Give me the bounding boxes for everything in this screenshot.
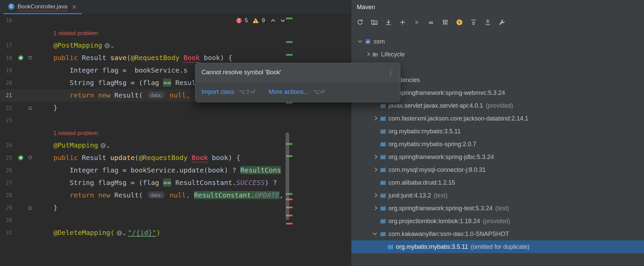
line-number[interactable] (0, 127, 16, 139)
fold-end-icon[interactable] (25, 102, 35, 114)
line-number[interactable]: 30 (0, 214, 16, 227)
spring-bean-icon[interactable] (16, 152, 25, 164)
fold-start-icon[interactable] (25, 52, 35, 64)
library-icon (378, 115, 387, 122)
line-number[interactable]: 29 (0, 202, 16, 214)
generate-sources-icon[interactable] (368, 17, 380, 28)
add-icon[interactable] (397, 17, 409, 28)
stripe-mark-error[interactable] (286, 223, 293, 224)
collapse-all-icon[interactable] (482, 17, 494, 28)
code-token (166, 191, 170, 199)
code-token (37, 141, 53, 149)
tree-item[interactable]: org.mybatis:mybatis:3.5.11(omitted for d… (351, 240, 644, 253)
line-number[interactable]: 31 (0, 227, 16, 239)
code-line[interactable]: 29 } (0, 202, 295, 214)
code-line[interactable]: 1 related problem (0, 127, 295, 139)
code-token: return (70, 91, 98, 99)
chevron-down-icon[interactable] (372, 231, 378, 237)
kebab-menu-icon[interactable]: ⋮ (387, 69, 394, 76)
line-number[interactable]: 19 (0, 64, 16, 77)
line-number[interactable]: 21 (0, 89, 16, 102)
code-token (37, 41, 53, 49)
tree-item[interactable]: com.alibaba:druid:1.2.15 (351, 176, 644, 189)
url-mapping-globe-icon[interactable] (104, 39, 114, 52)
code-line[interactable]: 27 String flagMsg = (flag == ResultConst… (0, 177, 295, 189)
inspection-widget[interactable]: 5 9 (236, 17, 287, 24)
editor-scrollbar[interactable] (286, 132, 289, 220)
code-line[interactable]: 30 (0, 214, 295, 227)
line-number[interactable]: 26 (0, 164, 16, 177)
code-line[interactable]: 24 @PutMapping (0, 139, 295, 152)
tree-item[interactable]: org.projectlombok:lombok:1.18.24(provide… (351, 215, 644, 228)
code-line[interactable]: 18 public Result save(@RequestBody Book … (0, 52, 295, 64)
line-number[interactable]: 18 (0, 52, 16, 64)
line-number[interactable]: 17 (0, 39, 16, 52)
line-number[interactable]: 28 (0, 189, 16, 202)
line-number[interactable]: 24 (0, 139, 16, 152)
line-number[interactable]: 25 (0, 152, 16, 164)
tree-item[interactable]: mssm (351, 35, 644, 48)
spring-bean-icon[interactable] (16, 52, 25, 64)
stripe-mark-ok[interactable] (286, 18, 293, 19)
code-line[interactable]: 23 (0, 114, 295, 127)
download-sources-icon[interactable] (382, 17, 395, 28)
chevron-right-icon[interactable] (372, 166, 378, 173)
chevron-right-icon[interactable] (372, 205, 378, 212)
chevron-right-icon[interactable] (364, 51, 371, 58)
line-number[interactable]: 20 (0, 77, 16, 89)
tree-item[interactable]: org.springframework:spring-test:5.3.24(t… (351, 202, 644, 215)
code-line[interactable]: 28 return new Result( data: null, Result… (0, 189, 295, 202)
code-line[interactable]: 25 public Result update(@RequestBody Boo… (0, 152, 295, 164)
code-line[interactable]: 1 related problem (0, 27, 295, 39)
code-token: ) (156, 229, 160, 237)
fold-start-icon[interactable] (25, 152, 35, 164)
chevron-down-icon[interactable] (357, 38, 364, 45)
tree-item[interactable]: org.mybatis:mybatis-spring:2.0.7 (351, 138, 644, 151)
tree-item[interactable]: Lifecycle (351, 48, 644, 61)
expand-all-icon[interactable] (467, 17, 480, 28)
tree-item[interactable]: org.springframework:spring-jdbc:5.3.24 (351, 151, 644, 163)
profiles-icon[interactable] (439, 17, 451, 28)
code-line[interactable]: 31 @DeleteMapping("/{id}") (0, 227, 295, 239)
tab-close-icon[interactable]: × (72, 4, 77, 10)
maven-goal-icon[interactable]: m (425, 17, 437, 28)
stripe-mark-ok[interactable] (286, 54, 293, 56)
code-line[interactable]: 22 } (0, 102, 295, 114)
reload-icon[interactable] (354, 17, 366, 28)
more-actions-link[interactable]: More actions... (269, 88, 308, 96)
settings-icon[interactable] (496, 17, 508, 28)
code-token: null, (170, 191, 190, 199)
line-number[interactable]: 16 (0, 14, 16, 27)
offline-mode-icon[interactable] (453, 17, 465, 28)
chevron-right-icon[interactable] (372, 115, 378, 122)
tree-item[interactable]: com.mysql:mysql-connector-j:8.0.31 (351, 163, 644, 176)
tab-bookcontroller[interactable]: C BookController.java × (3, 0, 82, 14)
line-number[interactable] (0, 27, 16, 39)
library-icon (378, 140, 387, 148)
tree-item-note: (provided) (483, 218, 510, 225)
tree-item-label: javax.servlet:javax.servlet-api:4.0.1 (388, 102, 483, 109)
code-token: Result (82, 54, 110, 62)
chevron-right-icon[interactable] (372, 154, 378, 160)
line-number[interactable]: 27 (0, 177, 16, 189)
fold-end-icon[interactable] (25, 202, 35, 214)
chevron-right-icon[interactable] (372, 192, 378, 199)
stripe-mark-ok[interactable] (286, 41, 293, 43)
code-editor[interactable]: 16 1 related problem17 @PostMapping18 pu… (0, 14, 351, 266)
line-number[interactable]: 22 (0, 102, 16, 114)
tree-item[interactable]: com.fasterxml.jackson.core:jackson-datab… (351, 112, 644, 125)
svg-text:m: m (367, 39, 369, 44)
code-line[interactable]: 17 @PostMapping (0, 39, 295, 52)
line-number[interactable]: 23 (0, 114, 16, 127)
code-line[interactable]: 26 Integer flag = bookService.update(boo… (0, 164, 295, 177)
code-token: String flagMsg = (flag (37, 79, 163, 87)
tree-item[interactable]: junit:junit:4.13.2(test) (351, 189, 644, 202)
tree-item[interactable]: com.kakawanyifan:ssm-dao:1.0-SNAPSHOT (351, 228, 644, 240)
maven-module-icon: m (364, 38, 372, 45)
url-mapping-globe-icon[interactable] (100, 139, 110, 152)
url-mapping-globe-icon[interactable] (116, 227, 126, 239)
run-icon[interactable] (411, 17, 423, 28)
tree-item[interactable]: org.mybatis:mybatis:3.5.11 (351, 125, 644, 138)
previous-problem-icon[interactable] (269, 17, 277, 24)
import-class-link[interactable]: Import class (202, 88, 234, 96)
